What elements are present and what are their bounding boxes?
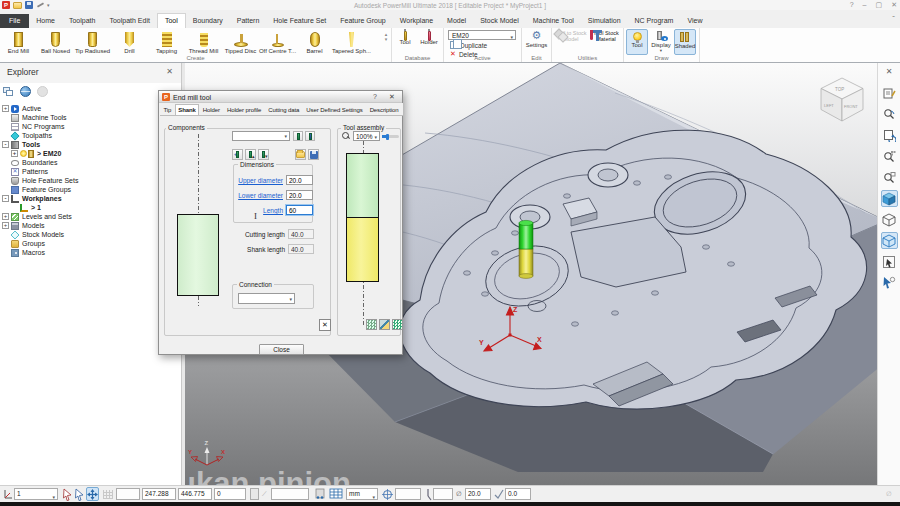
dialog-tab-tip[interactable]: Tip — [160, 104, 175, 115]
tab-view[interactable]: View — [680, 14, 709, 28]
wireframe-view-icon[interactable] — [881, 211, 898, 228]
lightbulb-icon[interactable] — [20, 150, 27, 157]
zoom-selection-icon[interactable] — [881, 148, 898, 165]
tab-home[interactable]: Home — [29, 14, 62, 28]
assembly-zoom-dropdown[interactable]: 100% ▾ — [353, 131, 380, 141]
upper-diameter-link[interactable]: Upper diameter — [235, 177, 283, 184]
tree-item-macros[interactable]: Macros — [0, 248, 181, 257]
cursor-z-field[interactable]: 0 — [214, 488, 246, 500]
tab-pattern[interactable]: Pattern — [230, 14, 267, 28]
tab-model[interactable]: Model — [440, 14, 473, 28]
assembly-zoom-slider[interactable] — [382, 135, 399, 138]
save-component-icon[interactable] — [308, 149, 319, 160]
tool-database-button[interactable]: Tool — [395, 30, 415, 45]
tab-stock-model[interactable]: Stock Model — [473, 14, 526, 28]
cursor-x-field[interactable]: 247.288 — [142, 488, 176, 500]
duplicate-button[interactable]: Duplicate — [450, 41, 487, 49]
position-tool-button[interactable] — [86, 487, 99, 501]
maximize-button[interactable]: ▢ — [876, 1, 883, 9]
tree-item--1[interactable]: > 1 — [0, 203, 181, 212]
close-button[interactable]: ✕ — [891, 1, 897, 9]
collapse-icon[interactable]: - — [2, 141, 9, 148]
dialog-tab-holder-profile[interactable]: Holder profile — [223, 104, 264, 115]
create-scroll-arrows[interactable]: ▴▾ — [382, 32, 390, 42]
tip-radius-field[interactable]: 0.0 — [505, 488, 531, 500]
tree-item-feature-groups[interactable]: Feature Groups — [0, 185, 181, 194]
component-list-icon[interactable] — [305, 131, 315, 141]
tool-diameter-field[interactable]: 20.0 — [465, 488, 491, 500]
target-icon[interactable] — [382, 489, 393, 500]
zoom-previous-icon[interactable] — [881, 106, 898, 123]
cursor-position-icon[interactable] — [62, 488, 73, 501]
dialog-tab-holder[interactable]: Holder — [199, 104, 223, 115]
dialog-close-button[interactable]: ✕ — [386, 93, 398, 101]
box-select-icon[interactable] — [881, 253, 898, 270]
cursor-y-field[interactable]: 446.775 — [178, 488, 212, 500]
lower-diameter-link[interactable]: Lower diameter — [235, 192, 283, 199]
display-dropdown-button[interactable]: Display ▾ — [650, 29, 672, 55]
shank-component-preview[interactable] — [177, 214, 219, 296]
holder-database-button[interactable]: Holder — [419, 30, 439, 45]
active-workplane-dropdown[interactable]: 1 ▾ — [14, 488, 58, 500]
cutting-tool[interactable] — [519, 220, 533, 278]
dialog-help-button[interactable]: ? — [370, 93, 380, 100]
open-component-icon[interactable] — [295, 149, 306, 160]
tool-export-icon[interactable] — [379, 319, 390, 330]
tree-item-stock-models[interactable]: Stock Models — [0, 230, 181, 239]
tab-feature-group[interactable]: Feature Group — [333, 14, 393, 28]
collapse-ribbon-icon[interactable]: ˆ — [892, 14, 895, 23]
tool-stock-material-button[interactable]: Tool Stock Material — [589, 30, 623, 42]
status-toggle-box[interactable] — [250, 488, 259, 500]
zoom-window-icon[interactable] — [881, 169, 898, 186]
expand-icon[interactable]: + — [11, 150, 18, 157]
shaded-wireframe-view-icon[interactable] — [881, 232, 898, 249]
dialog-tab-shank[interactable]: Shank — [175, 104, 200, 116]
tree-item--em20[interactable]: +> EM20 — [0, 149, 181, 158]
connection-dropdown[interactable]: ▾ — [238, 293, 295, 304]
minimize-button[interactable]: – — [863, 1, 867, 9]
refresh-view-icon[interactable] — [881, 127, 898, 144]
dialog-tab-description[interactable]: Description — [366, 104, 402, 115]
tool-library-icon[interactable] — [392, 319, 403, 330]
expand-icon[interactable]: + — [2, 105, 9, 112]
edit-component-icon[interactable] — [293, 131, 303, 141]
tree-item-models[interactable]: +Models — [0, 221, 181, 230]
expand-icon[interactable]: + — [2, 222, 9, 229]
tab-file[interactable]: File — [0, 14, 29, 28]
insert-component-below-icon[interactable]: ▾ — [258, 149, 269, 160]
tree-item-active[interactable]: +Active — [0, 104, 181, 113]
component-type-dropdown[interactable]: ▾ — [232, 131, 290, 141]
help-button[interactable]: ? — [850, 1, 854, 9]
tab-nc-program[interactable]: NC Program — [628, 14, 681, 28]
tree-item-boundaries[interactable]: Boundaries — [0, 158, 181, 167]
cursor-snap-icon[interactable] — [74, 488, 85, 501]
status-blank-field[interactable] — [116, 488, 140, 500]
expand-icon[interactable]: + — [2, 213, 9, 220]
dialog-tab-user-defined-settings[interactable]: User Defined Settings — [303, 104, 366, 115]
shaded-view-icon[interactable] — [881, 190, 898, 207]
tab-workplane[interactable]: Workplane — [393, 14, 440, 28]
tab-simulation[interactable]: Simulation — [581, 14, 628, 28]
settings-button[interactable]: ⚙ Settings — [522, 29, 551, 48]
tree-item-tools[interactable]: -Tools — [0, 140, 181, 149]
explorer-close-icon[interactable]: ✕ — [166, 67, 173, 76]
web-browser-icon[interactable] — [19, 85, 32, 98]
dialog-title-bar[interactable]: P End mill tool ? ✕ — [159, 91, 402, 103]
length-input[interactable] — [286, 205, 313, 215]
tree-item-patterns[interactable]: Patterns — [0, 167, 181, 176]
tree-item-levels-and-sets[interactable]: +Levels and Sets — [0, 212, 181, 221]
tab-hole-feature-set[interactable]: Hole Feature Set — [266, 14, 333, 28]
view-toolbar-close-icon[interactable]: ✕ — [878, 67, 900, 76]
tab-toolpath[interactable]: Toolpath — [62, 14, 102, 28]
tree-item-workplanes[interactable]: -Workplanes — [0, 194, 181, 203]
draw-tool-toggle[interactable]: Tool — [626, 29, 648, 55]
delete-button[interactable]: ✕ Delete — [450, 50, 478, 58]
tolerance-field[interactable] — [395, 488, 421, 500]
upper-diameter-input[interactable] — [286, 175, 313, 185]
cascade-windows-icon[interactable] — [2, 85, 15, 98]
tree-item-hole-feature-sets[interactable]: Hole Feature Sets — [0, 176, 181, 185]
tool-assembly-preview[interactable] — [346, 153, 379, 282]
tree-item-toolpaths[interactable]: Toolpaths — [0, 131, 181, 140]
rotate-view-icon[interactable] — [881, 274, 898, 291]
dialog-close-action-button[interactable]: Close — [259, 344, 304, 355]
